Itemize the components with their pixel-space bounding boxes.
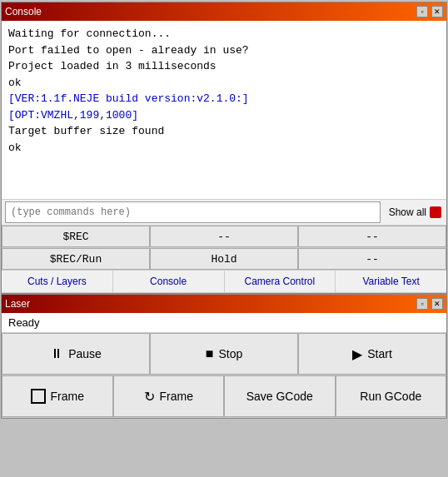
tab-variable-text[interactable]: Variable Text <box>336 271 446 292</box>
pause-button[interactable]: ⏸Pause <box>2 333 150 375</box>
console-output: Waiting for connection...Port failed to … <box>2 21 446 200</box>
rec-button[interactable]: $REC <box>2 226 150 247</box>
console-line: [VER:1.1f.NEJE build version:v2.1.0:] <box>8 91 440 107</box>
console-window-controls: ▫ ✕ <box>416 6 443 17</box>
laser-close-btn[interactable]: ✕ <box>431 298 443 310</box>
laser-window: Laser ▫ ✕ Ready ⏸Pause■Stop▶Start Frame↻… <box>1 294 447 419</box>
console-input[interactable] <box>5 201 381 223</box>
row1-btn2[interactable]: -- <box>150 226 298 247</box>
laser-window-controls: ▫ ✕ <box>416 298 443 310</box>
pause-label: Pause <box>68 347 102 360</box>
show-all-button[interactable]: Show all <box>384 205 446 220</box>
console-input-row: Show all <box>2 200 446 226</box>
console-button-row-1: $REC -- -- <box>2 226 446 248</box>
console-title-bar: Console ▫ ✕ <box>2 2 446 21</box>
stop-button[interactable]: ■Stop <box>150 333 298 375</box>
start-label: Start <box>367 347 392 360</box>
laser-title-bar: Laser ▫ ✕ <box>2 295 446 313</box>
laser-status: Ready <box>2 313 446 333</box>
tab-cuts-layers[interactable]: Cuts / Layers <box>2 271 113 292</box>
console-window: Console ▫ ✕ Waiting for connection...Por… <box>1 2 447 294</box>
console-line: ok <box>8 140 440 157</box>
console-button-row-2: $REC/Run Hold -- <box>2 248 446 271</box>
frame-button[interactable]: ↻Frame <box>113 375 225 417</box>
rotate-frame-icon: ↻ <box>144 389 155 405</box>
row1-btn3[interactable]: -- <box>298 226 446 247</box>
start-button[interactable]: ▶Start <box>298 333 446 375</box>
row2-btn3[interactable]: -- <box>298 248 446 270</box>
tab-camera-control[interactable]: Camera Control <box>225 271 336 292</box>
console-close-btn[interactable]: ✕ <box>431 6 443 17</box>
save-gcode-button[interactable]: Save GCode <box>224 375 336 417</box>
frame-label: Frame <box>160 390 193 403</box>
run-gcode-label: Run GCode <box>360 390 421 403</box>
console-line: Target buffer size found <box>8 123 440 140</box>
laser-restore-btn[interactable]: ▫ <box>416 298 428 310</box>
stop-label: Stop <box>218 347 242 360</box>
rec-run-button[interactable]: $REC/Run <box>2 248 150 270</box>
show-all-indicator <box>430 206 441 218</box>
console-line: Project loaded in 3 milliseconds <box>8 58 440 75</box>
console-line: [OPT:VMZHL,199,1000] <box>8 107 440 124</box>
tab-console[interactable]: Console <box>113 271 225 292</box>
tab-row: Cuts / LayersConsoleCamera ControlVariab… <box>2 271 446 293</box>
show-all-label: Show all <box>389 206 426 218</box>
frame-label: Frame <box>51 390 84 403</box>
console-restore-btn[interactable]: ▫ <box>416 6 428 17</box>
laser-button-row-2: Frame↻FrameSave GCodeRun GCode <box>2 375 446 418</box>
console-line: ok <box>8 75 440 92</box>
corner-frame-icon <box>31 389 46 404</box>
console-line: Port failed to open - already in use? <box>8 42 440 59</box>
run-gcode-button[interactable]: Run GCode <box>336 375 447 417</box>
laser-title: Laser <box>5 298 30 310</box>
save-gcode-label: Save GCode <box>246 390 313 403</box>
console-title: Console <box>5 6 42 17</box>
frame-button[interactable]: Frame <box>2 375 113 417</box>
hold-button[interactable]: Hold <box>150 248 298 270</box>
start-icon: ▶ <box>352 346 362 362</box>
laser-button-row-1: ⏸Pause■Stop▶Start <box>2 333 446 375</box>
pause-icon: ⏸ <box>50 346 63 361</box>
console-line: Waiting for connection... <box>8 26 440 42</box>
stop-icon: ■ <box>206 346 214 361</box>
